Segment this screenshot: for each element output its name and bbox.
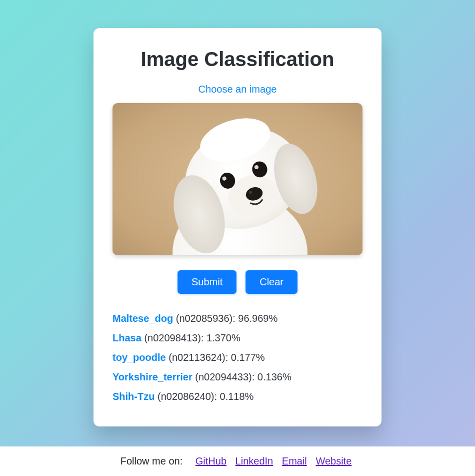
result-row: Shih-Tzu (n02086240): 0.118% xyxy=(112,390,362,403)
result-row: Lhasa (n02098413): 1.370% xyxy=(112,331,362,345)
result-label: Maltese_dog xyxy=(112,313,173,324)
footer: Follow me on: GitHub LinkedIn Email Webs… xyxy=(0,446,475,476)
result-label: Yorkshire_terrier xyxy=(112,371,192,382)
result-row: Yorkshire_terrier (n02094433): 0.136% xyxy=(112,370,362,384)
result-row: toy_poodle (n02113624): 0.177% xyxy=(112,351,362,364)
result-row: Maltese_dog (n02085936): 96.969% xyxy=(112,312,362,325)
clear-button[interactable]: Clear xyxy=(246,270,298,294)
result-label: Lhasa xyxy=(112,332,142,343)
result-detail: (n02086240): 0.118% xyxy=(158,391,254,402)
footer-follow-label: Follow me on: xyxy=(120,455,183,466)
submit-button[interactable]: Submit xyxy=(178,270,236,294)
page-title: Image Classification xyxy=(112,48,362,71)
result-label: Shih-Tzu xyxy=(112,391,154,402)
main-card: Image Classification Choose an image xyxy=(94,28,382,426)
result-detail: (n02098413): 1.370% xyxy=(144,332,240,343)
footer-link-linkedin[interactable]: LinkedIn xyxy=(236,455,274,466)
result-detail: (n02094433): 0.136% xyxy=(195,371,291,382)
result-detail: (n02113624): 0.177% xyxy=(168,352,264,363)
button-row: Submit Clear xyxy=(112,270,362,294)
footer-link-github[interactable]: GitHub xyxy=(196,455,226,466)
uploaded-image xyxy=(112,103,362,255)
footer-link-email[interactable]: Email xyxy=(282,455,307,466)
results-list: Maltese_dog (n02085936): 96.969% Lhasa (… xyxy=(112,312,362,403)
result-label: toy_poodle xyxy=(112,352,166,363)
result-detail: (n02085936): 96.969% xyxy=(176,313,278,324)
footer-link-website[interactable]: Website xyxy=(316,455,352,466)
choose-image-link[interactable]: Choose an image xyxy=(112,84,362,95)
